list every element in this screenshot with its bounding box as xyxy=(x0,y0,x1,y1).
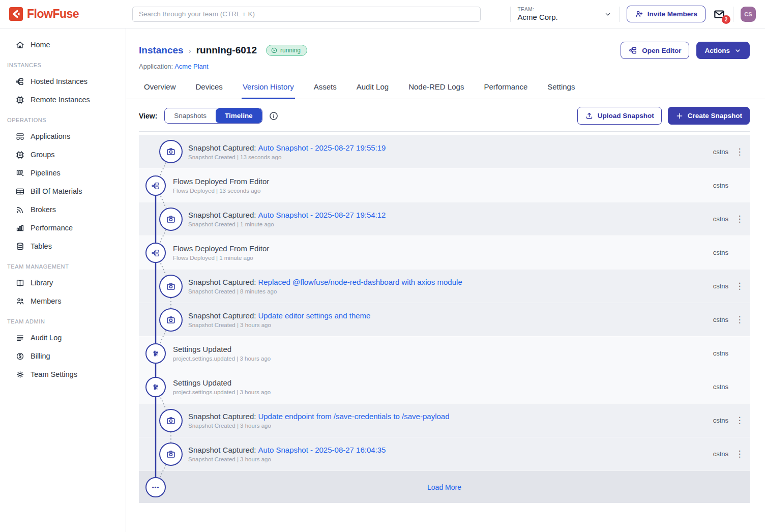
rss-icon xyxy=(15,205,25,215)
sidebar: Home INSTANCES Hosted Instances Remote I… xyxy=(0,28,126,532)
divider xyxy=(510,7,511,22)
sliders-icon xyxy=(145,377,166,397)
sidebar-item-pipelines[interactable]: Pipelines xyxy=(0,164,126,182)
search-input[interactable] xyxy=(132,7,481,22)
dollar-icon xyxy=(15,351,25,361)
actions-button[interactable]: Actions xyxy=(696,42,750,59)
chevron-down-icon xyxy=(604,10,612,18)
application-link[interactable]: Acme Plant xyxy=(174,63,208,70)
tab-node-red-logs[interactable]: Node-RED Logs xyxy=(407,78,465,99)
sidebar-item-bill-of-materials[interactable]: Bill Of Materials xyxy=(0,182,126,200)
brand-name: FlowFuse xyxy=(27,7,79,21)
sidebar-item-label: Remote Instances xyxy=(31,96,90,104)
sidebar-item-label: Billing xyxy=(31,352,50,360)
nodes-icon xyxy=(629,46,638,55)
event-meta: Snapshot Created | 8 minutes ago xyxy=(188,288,462,294)
sliders-icon xyxy=(145,343,166,364)
event-title: Settings Updated xyxy=(173,378,271,387)
snapshot-link[interactable]: Auto Snapshot - 2025-08-27 19:54:12 xyxy=(258,211,386,219)
row-menu-button[interactable]: ⋮ xyxy=(733,279,746,293)
snapshot-link[interactable]: Update endpoint from /save-credentials t… xyxy=(258,412,449,421)
team-label: TEAM: xyxy=(518,7,558,12)
sidebar-item-label: Pipelines xyxy=(31,169,61,177)
snapshot-link[interactable]: Update editor settings and theme xyxy=(258,311,370,320)
snapshot-link[interactable]: Auto Snapshot - 2025-08-27 16:04:35 xyxy=(258,446,386,454)
sidebar-item-label: Team Settings xyxy=(31,370,77,378)
event-user: cstns xyxy=(708,383,728,391)
sidebar-item-library[interactable]: Library xyxy=(0,274,126,292)
timeline-row: Flows Deployed From Editor Flows Deploye… xyxy=(139,168,750,202)
book-icon xyxy=(15,278,25,288)
deploy-icon xyxy=(145,175,166,196)
create-snapshot-button[interactable]: Create Snapshot xyxy=(668,107,750,125)
event-meta: Snapshot Created | 3 hours ago xyxy=(188,456,386,462)
timeline: Snapshot Captured:Auto Snapshot - 2025-0… xyxy=(139,135,750,503)
camera-icon xyxy=(159,308,183,332)
event-title: Snapshot Captured: xyxy=(188,412,256,421)
tab-performance[interactable]: Performance xyxy=(483,78,528,99)
event-meta: Snapshot Created | 3 hours ago xyxy=(188,322,370,328)
tab-audit-log[interactable]: Audit Log xyxy=(356,78,390,99)
table-icon xyxy=(15,187,25,196)
event-user: cstns xyxy=(708,450,728,458)
avatar[interactable]: CS xyxy=(741,7,756,22)
timeline-row: Snapshot Captured:Auto Snapshot - 2025-0… xyxy=(139,135,750,168)
snapshot-link[interactable]: Auto Snapshot - 2025-08-27 19:55:19 xyxy=(258,143,386,152)
divider xyxy=(619,7,620,22)
sidebar-item-billing[interactable]: Billing xyxy=(0,347,126,365)
breadcrumb-instances-link[interactable]: Instances xyxy=(139,45,184,56)
sidebar-item-members[interactable]: Members xyxy=(0,292,126,310)
camera-icon xyxy=(159,409,183,432)
snapshot-link[interactable]: Replaced @flowfuse/node-red-dashboard wi… xyxy=(258,278,462,286)
timeline-row: Snapshot Captured:Replaced @flowfuse/nod… xyxy=(139,269,750,303)
home-icon xyxy=(15,40,25,50)
plus-icon xyxy=(675,112,684,120)
sidebar-item-label: Performance xyxy=(31,224,73,232)
team-name: Acme Corp. xyxy=(518,13,558,21)
timeline-row: Settings Updated project.settings.update… xyxy=(139,336,750,370)
notifications-button[interactable]: 2 xyxy=(713,8,726,21)
sidebar-item-label: Home xyxy=(31,41,50,49)
flowfuse-logo[interactable]: FlowFuse xyxy=(0,7,126,21)
tab-assets[interactable]: Assets xyxy=(313,78,338,99)
tab-devices[interactable]: Devices xyxy=(195,78,224,99)
ellipsis-icon: ••• xyxy=(145,477,166,497)
tab-version-history[interactable]: Version History xyxy=(242,78,295,99)
application-label: Application: xyxy=(139,63,173,70)
sidebar-item-remote-instances[interactable]: Remote Instances xyxy=(0,91,126,109)
open-editor-button[interactable]: Open Editor xyxy=(621,42,689,59)
row-menu-button[interactable]: ⋮ xyxy=(733,313,746,327)
toggle-snapshots[interactable]: Snapshots xyxy=(165,108,216,123)
status-badge: running xyxy=(266,45,307,56)
sidebar-item-performance[interactable]: Performance xyxy=(0,219,126,237)
sidebar-item-groups[interactable]: Groups xyxy=(0,145,126,164)
database-icon xyxy=(15,242,25,251)
actions-label: Actions xyxy=(704,47,730,54)
flowfuse-logo-icon xyxy=(9,7,23,21)
row-menu-button[interactable]: ⋮ xyxy=(733,212,746,226)
sidebar-item-home[interactable]: Home xyxy=(0,36,126,54)
tab-settings[interactable]: Settings xyxy=(546,78,576,99)
sidebar-item-label: Hosted Instances xyxy=(31,77,87,85)
row-menu-button[interactable]: ⋮ xyxy=(733,413,746,428)
load-more-link[interactable]: Load More xyxy=(139,483,750,491)
toggle-timeline[interactable]: Timeline xyxy=(216,108,262,123)
sidebar-item-tables[interactable]: Tables xyxy=(0,237,126,255)
sidebar-item-applications[interactable]: Applications xyxy=(0,127,126,145)
row-menu-button[interactable]: ⋮ xyxy=(733,447,746,461)
sidebar-item-audit-log[interactable]: Audit Log xyxy=(0,329,126,347)
timeline-row: Settings Updated project.settings.update… xyxy=(139,370,750,403)
sidebar-item-team-settings[interactable]: Team Settings xyxy=(0,365,126,383)
info-icon[interactable] xyxy=(269,111,279,121)
sidebar-item-label: Applications xyxy=(31,132,70,140)
row-menu-button[interactable]: ⋮ xyxy=(733,144,746,159)
event-user: cstns xyxy=(708,249,728,256)
invite-members-button[interactable]: Invite Members xyxy=(627,6,705,22)
application-line: Application: Acme Plant xyxy=(139,63,750,70)
tab-overview[interactable]: Overview xyxy=(143,78,177,99)
event-title: Flows Deployed From Editor xyxy=(173,244,269,253)
sidebar-item-brokers[interactable]: Brokers xyxy=(0,200,126,219)
sidebar-item-hosted-instances[interactable]: Hosted Instances xyxy=(0,72,126,91)
upload-snapshot-button[interactable]: Upload Snapshot xyxy=(577,107,662,125)
team-selector[interactable]: TEAM: Acme Corp. xyxy=(518,7,612,21)
